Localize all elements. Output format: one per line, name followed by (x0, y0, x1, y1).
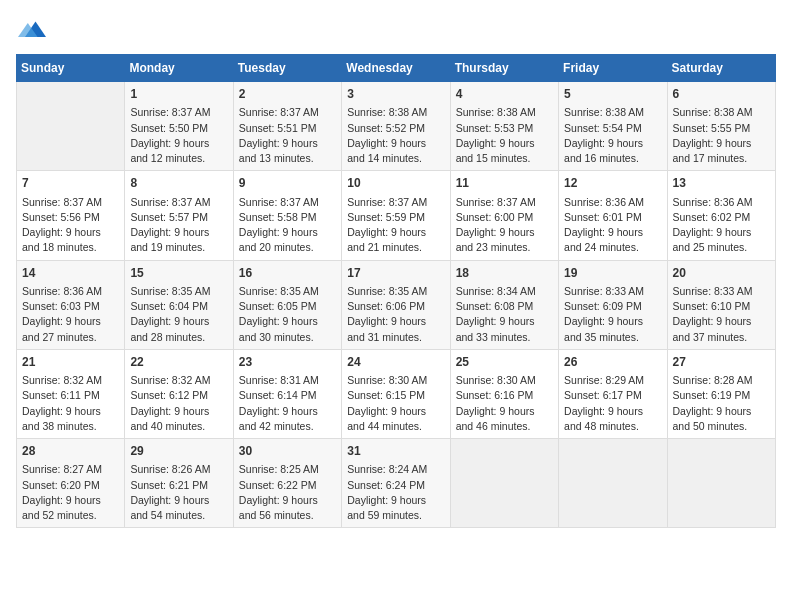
sunrise-text: Sunrise: 8:38 AM (564, 106, 644, 118)
day-number: 19 (564, 265, 661, 282)
calendar-cell: 1Sunrise: 8:37 AMSunset: 5:50 PMDaylight… (125, 82, 233, 171)
sunset-text: Sunset: 5:52 PM (347, 122, 425, 134)
daylight-text: Daylight: 9 hours and 12 minutes. (130, 137, 209, 164)
calendar-cell: 10Sunrise: 8:37 AMSunset: 5:59 PMDayligh… (342, 171, 450, 260)
calendar-week-row: 21Sunrise: 8:32 AMSunset: 6:11 PMDayligh… (17, 349, 776, 438)
header-day-saturday: Saturday (667, 55, 775, 82)
sunrise-text: Sunrise: 8:36 AM (564, 196, 644, 208)
calendar-cell: 11Sunrise: 8:37 AMSunset: 6:00 PMDayligh… (450, 171, 558, 260)
daylight-text: Daylight: 9 hours and 33 minutes. (456, 315, 535, 342)
calendar-cell (17, 82, 125, 171)
day-number: 15 (130, 265, 227, 282)
sunset-text: Sunset: 6:01 PM (564, 211, 642, 223)
sunrise-text: Sunrise: 8:24 AM (347, 463, 427, 475)
day-number: 11 (456, 175, 553, 192)
daylight-text: Daylight: 9 hours and 19 minutes. (130, 226, 209, 253)
sunset-text: Sunset: 6:15 PM (347, 389, 425, 401)
daylight-text: Daylight: 9 hours and 28 minutes. (130, 315, 209, 342)
sunrise-text: Sunrise: 8:30 AM (347, 374, 427, 386)
day-number: 6 (673, 86, 770, 103)
sunset-text: Sunset: 6:17 PM (564, 389, 642, 401)
header-day-monday: Monday (125, 55, 233, 82)
sunset-text: Sunset: 5:58 PM (239, 211, 317, 223)
logo-icon (18, 16, 46, 44)
sunrise-text: Sunrise: 8:29 AM (564, 374, 644, 386)
daylight-text: Daylight: 9 hours and 48 minutes. (564, 405, 643, 432)
calendar-cell: 8Sunrise: 8:37 AMSunset: 5:57 PMDaylight… (125, 171, 233, 260)
sunset-text: Sunset: 6:10 PM (673, 300, 751, 312)
sunset-text: Sunset: 5:56 PM (22, 211, 100, 223)
calendar-cell: 5Sunrise: 8:38 AMSunset: 5:54 PMDaylight… (559, 82, 667, 171)
daylight-text: Daylight: 9 hours and 42 minutes. (239, 405, 318, 432)
sunset-text: Sunset: 6:11 PM (22, 389, 100, 401)
sunset-text: Sunset: 6:00 PM (456, 211, 534, 223)
daylight-text: Daylight: 9 hours and 25 minutes. (673, 226, 752, 253)
day-number: 31 (347, 443, 444, 460)
daylight-text: Daylight: 9 hours and 35 minutes. (564, 315, 643, 342)
calendar-cell: 3Sunrise: 8:38 AMSunset: 5:52 PMDaylight… (342, 82, 450, 171)
daylight-text: Daylight: 9 hours and 21 minutes. (347, 226, 426, 253)
day-number: 23 (239, 354, 336, 371)
day-number: 9 (239, 175, 336, 192)
day-number: 7 (22, 175, 119, 192)
sunset-text: Sunset: 6:21 PM (130, 479, 208, 491)
calendar-cell: 26Sunrise: 8:29 AMSunset: 6:17 PMDayligh… (559, 349, 667, 438)
daylight-text: Daylight: 9 hours and 13 minutes. (239, 137, 318, 164)
sunset-text: Sunset: 6:06 PM (347, 300, 425, 312)
calendar-cell: 9Sunrise: 8:37 AMSunset: 5:58 PMDaylight… (233, 171, 341, 260)
day-number: 8 (130, 175, 227, 192)
calendar-week-row: 1Sunrise: 8:37 AMSunset: 5:50 PMDaylight… (17, 82, 776, 171)
calendar-cell: 23Sunrise: 8:31 AMSunset: 6:14 PMDayligh… (233, 349, 341, 438)
day-number: 17 (347, 265, 444, 282)
sunrise-text: Sunrise: 8:26 AM (130, 463, 210, 475)
calendar-cell: 14Sunrise: 8:36 AMSunset: 6:03 PMDayligh… (17, 260, 125, 349)
sunrise-text: Sunrise: 8:34 AM (456, 285, 536, 297)
calendar-cell: 24Sunrise: 8:30 AMSunset: 6:15 PMDayligh… (342, 349, 450, 438)
calendar-cell: 12Sunrise: 8:36 AMSunset: 6:01 PMDayligh… (559, 171, 667, 260)
header-day-friday: Friday (559, 55, 667, 82)
daylight-text: Daylight: 9 hours and 40 minutes. (130, 405, 209, 432)
day-number: 28 (22, 443, 119, 460)
sunrise-text: Sunrise: 8:32 AM (22, 374, 102, 386)
sunset-text: Sunset: 6:19 PM (673, 389, 751, 401)
calendar-cell: 21Sunrise: 8:32 AMSunset: 6:11 PMDayligh… (17, 349, 125, 438)
day-number: 4 (456, 86, 553, 103)
daylight-text: Daylight: 9 hours and 27 minutes. (22, 315, 101, 342)
sunrise-text: Sunrise: 8:36 AM (22, 285, 102, 297)
sunset-text: Sunset: 6:05 PM (239, 300, 317, 312)
sunset-text: Sunset: 6:16 PM (456, 389, 534, 401)
daylight-text: Daylight: 9 hours and 20 minutes. (239, 226, 318, 253)
day-number: 21 (22, 354, 119, 371)
day-number: 25 (456, 354, 553, 371)
day-number: 27 (673, 354, 770, 371)
daylight-text: Daylight: 9 hours and 23 minutes. (456, 226, 535, 253)
calendar-cell: 15Sunrise: 8:35 AMSunset: 6:04 PMDayligh… (125, 260, 233, 349)
sunrise-text: Sunrise: 8:38 AM (347, 106, 427, 118)
sunset-text: Sunset: 6:02 PM (673, 211, 751, 223)
calendar-cell: 17Sunrise: 8:35 AMSunset: 6:06 PMDayligh… (342, 260, 450, 349)
sunset-text: Sunset: 5:53 PM (456, 122, 534, 134)
calendar-week-row: 14Sunrise: 8:36 AMSunset: 6:03 PMDayligh… (17, 260, 776, 349)
day-number: 13 (673, 175, 770, 192)
sunrise-text: Sunrise: 8:37 AM (22, 196, 102, 208)
daylight-text: Daylight: 9 hours and 16 minutes. (564, 137, 643, 164)
sunset-text: Sunset: 6:22 PM (239, 479, 317, 491)
logo-text (16, 16, 46, 44)
daylight-text: Daylight: 9 hours and 31 minutes. (347, 315, 426, 342)
daylight-text: Daylight: 9 hours and 14 minutes. (347, 137, 426, 164)
sunset-text: Sunset: 5:55 PM (673, 122, 751, 134)
day-number: 3 (347, 86, 444, 103)
sunrise-text: Sunrise: 8:36 AM (673, 196, 753, 208)
sunrise-text: Sunrise: 8:37 AM (347, 196, 427, 208)
sunrise-text: Sunrise: 8:35 AM (239, 285, 319, 297)
day-number: 12 (564, 175, 661, 192)
day-number: 30 (239, 443, 336, 460)
calendar-header-row: SundayMondayTuesdayWednesdayThursdayFrid… (17, 55, 776, 82)
sunset-text: Sunset: 6:04 PM (130, 300, 208, 312)
day-number: 29 (130, 443, 227, 460)
calendar-body: 1Sunrise: 8:37 AMSunset: 5:50 PMDaylight… (17, 82, 776, 528)
calendar-cell: 31Sunrise: 8:24 AMSunset: 6:24 PMDayligh… (342, 439, 450, 528)
day-number: 20 (673, 265, 770, 282)
day-number: 2 (239, 86, 336, 103)
calendar-week-row: 28Sunrise: 8:27 AMSunset: 6:20 PMDayligh… (17, 439, 776, 528)
